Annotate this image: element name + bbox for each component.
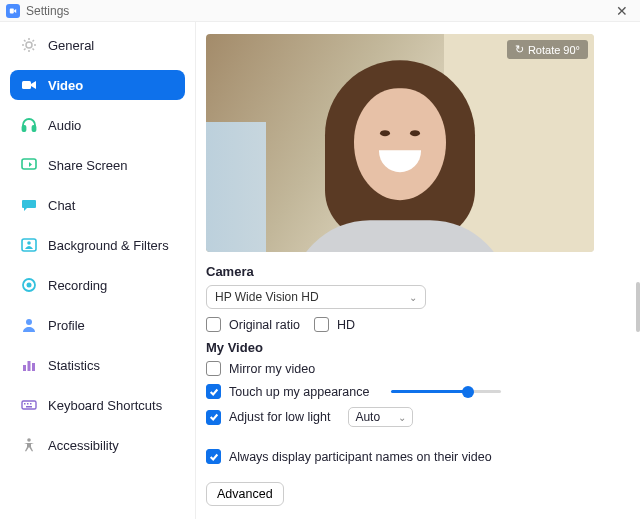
sidebar-item-video[interactable]: Video	[10, 70, 185, 100]
advanced-button[interactable]: Advanced	[206, 482, 284, 506]
svg-rect-12	[28, 361, 31, 371]
rotate-90-button[interactable]: ↻ Rotate 90°	[507, 40, 588, 59]
camera-selected-value: HP Wide Vision HD	[215, 290, 319, 304]
titlebar: Settings ✕	[0, 0, 640, 22]
sidebar-item-label: General	[48, 38, 94, 53]
original-ratio-checkbox[interactable]	[206, 317, 221, 332]
keyboard-icon	[20, 396, 38, 414]
svg-rect-18	[26, 406, 32, 408]
svg-point-7	[27, 241, 31, 245]
sidebar-item-accessibility[interactable]: Accessibility	[10, 430, 185, 460]
always-names-checkbox[interactable]	[206, 449, 221, 464]
sidebar-item-audio[interactable]: Audio	[10, 110, 185, 140]
chevron-down-icon: ⌄	[409, 292, 417, 303]
sidebar-item-label: Recording	[48, 278, 107, 293]
always-names-label: Always display participant names on thei…	[229, 450, 492, 464]
lowlight-mode-select[interactable]: Auto ⌄	[348, 407, 413, 427]
window-title: Settings	[26, 4, 69, 18]
sidebar-item-keyboard-shortcuts[interactable]: Keyboard Shortcuts	[10, 390, 185, 420]
sidebar-item-label: Audio	[48, 118, 81, 133]
svg-rect-16	[27, 403, 29, 405]
share-screen-icon	[20, 156, 38, 174]
mirror-video-label: Mirror my video	[229, 362, 315, 376]
sidebar-item-profile[interactable]: Profile	[10, 310, 185, 340]
chevron-down-icon: ⌄	[398, 412, 406, 423]
scrollbar-thumb[interactable]	[636, 282, 640, 332]
content-pane: ↻ Rotate 90° Camera HP Wide Vision HD ⌄ …	[196, 22, 640, 519]
touchup-slider[interactable]	[391, 390, 501, 393]
svg-rect-11	[23, 365, 26, 371]
svg-rect-13	[32, 363, 35, 371]
svg-rect-3	[23, 126, 26, 131]
touchup-checkbox[interactable]	[206, 384, 221, 399]
lowlight-mode-value: Auto	[355, 410, 380, 424]
sidebar-item-statistics[interactable]: Statistics	[10, 350, 185, 380]
rotate-label: Rotate 90°	[528, 44, 580, 56]
headphone-icon	[20, 116, 38, 134]
gear-icon	[20, 36, 38, 54]
statistics-icon	[20, 356, 38, 374]
sidebar-item-background-filters[interactable]: Background & Filters	[10, 230, 185, 260]
sidebar-item-general[interactable]: General	[10, 30, 185, 60]
video-preview: ↻ Rotate 90°	[206, 34, 594, 252]
sidebar-item-label: Background & Filters	[48, 238, 169, 253]
sidebar-item-chat[interactable]: Chat	[10, 190, 185, 220]
svg-rect-2	[22, 81, 31, 89]
svg-rect-6	[22, 239, 36, 251]
svg-rect-15	[24, 403, 26, 405]
sidebar-item-recording[interactable]: Recording	[10, 270, 185, 300]
sidebar: GeneralVideoAudioShare ScreenChatBackgro…	[0, 22, 196, 519]
video-icon	[20, 76, 38, 94]
camera-select[interactable]: HP Wide Vision HD ⌄	[206, 285, 426, 309]
hd-checkbox[interactable]	[314, 317, 329, 332]
svg-point-9	[27, 283, 32, 288]
svg-rect-0	[10, 8, 14, 13]
svg-point-19	[27, 438, 31, 442]
close-button[interactable]: ✕	[610, 3, 634, 19]
app-icon	[6, 4, 20, 18]
original-ratio-label: Original ratio	[229, 318, 300, 332]
svg-rect-4	[33, 126, 36, 131]
chat-icon	[20, 196, 38, 214]
recording-icon	[20, 276, 38, 294]
svg-rect-17	[30, 403, 32, 405]
hd-label: HD	[337, 318, 355, 332]
section-title-camera: Camera	[206, 264, 622, 279]
sidebar-item-share-screen[interactable]: Share Screen	[10, 150, 185, 180]
svg-point-1	[26, 42, 32, 48]
lowlight-label: Adjust for low light	[229, 410, 330, 424]
svg-point-10	[26, 319, 32, 325]
profile-icon	[20, 316, 38, 334]
touchup-label: Touch up my appearance	[229, 385, 369, 399]
sidebar-item-label: Accessibility	[48, 438, 119, 453]
sidebar-item-label: Statistics	[48, 358, 100, 373]
mirror-video-checkbox[interactable]	[206, 361, 221, 376]
svg-rect-14	[22, 401, 36, 409]
sidebar-item-label: Profile	[48, 318, 85, 333]
sidebar-item-label: Video	[48, 78, 83, 93]
lowlight-checkbox[interactable]	[206, 410, 221, 425]
section-title-my-video: My Video	[206, 340, 622, 355]
sidebar-item-label: Chat	[48, 198, 75, 213]
sidebar-item-label: Share Screen	[48, 158, 128, 173]
sidebar-item-label: Keyboard Shortcuts	[48, 398, 162, 413]
background-icon	[20, 236, 38, 254]
accessibility-icon	[20, 436, 38, 454]
rotate-icon: ↻	[515, 43, 524, 56]
